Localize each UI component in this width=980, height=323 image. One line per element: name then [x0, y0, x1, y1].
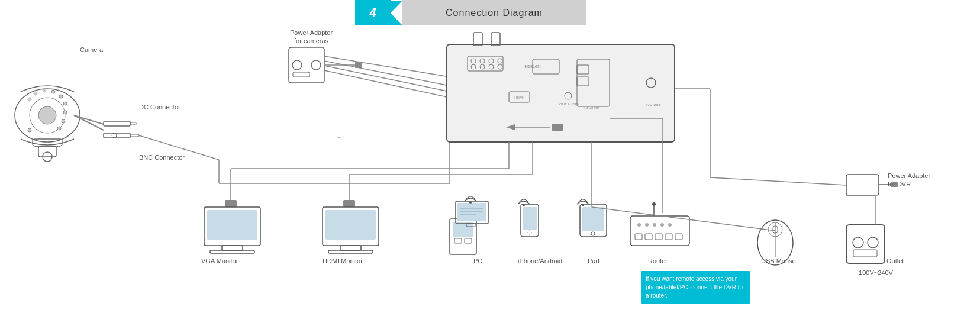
svg-rect-46	[468, 56, 503, 71]
svg-text:HDMI: HDMI	[514, 96, 524, 99]
svg-rect-94	[466, 224, 475, 227]
power-adapter-dvr-label: Power Adapterfor DVR	[888, 172, 930, 189]
header-triangle	[391, 1, 402, 25]
svg-rect-104	[635, 234, 642, 240]
svg-rect-13	[33, 139, 62, 146]
svg-rect-19	[130, 122, 136, 125]
camera-label: Camera	[80, 46, 103, 53]
svg-point-11	[57, 127, 61, 130]
svg-point-54	[498, 64, 502, 69]
svg-point-8	[63, 102, 67, 105]
svg-rect-28	[289, 47, 324, 83]
svg-point-50	[498, 59, 502, 63]
svg-rect-78	[207, 210, 257, 240]
hdmi-monitor-label: HDMI Monitor	[323, 257, 363, 264]
svg-rect-77	[204, 207, 260, 246]
svg-line-131	[592, 207, 775, 231]
svg-line-16	[74, 115, 104, 124]
svg-point-12	[28, 128, 31, 132]
svg-point-39	[446, 84, 449, 88]
svg-point-112	[660, 223, 664, 227]
svg-point-0	[15, 89, 80, 142]
usb-mouse-label: USB Mouse	[761, 257, 796, 264]
svg-point-100	[591, 232, 595, 235]
svg-point-135	[582, 204, 584, 206]
svg-rect-98	[580, 204, 607, 237]
svg-point-38	[446, 75, 449, 79]
svg-rect-80	[210, 250, 254, 253]
svg-point-22	[112, 133, 117, 138]
svg-rect-83	[340, 246, 361, 250]
svg-point-7	[59, 95, 63, 98]
svg-text:12V ===: 12V ===	[645, 103, 661, 107]
svg-rect-31	[293, 72, 310, 77]
svg-point-9	[63, 111, 67, 114]
svg-line-36	[324, 66, 450, 92]
svg-rect-21	[130, 134, 139, 137]
pad-label: Pad	[588, 257, 599, 264]
svg-text:HDD/IN: HDD/IN	[524, 64, 541, 69]
svg-line-34	[324, 56, 450, 77]
svg-text:LAN/USB: LAN/USB	[584, 106, 599, 110]
pc-label: PC	[473, 257, 482, 264]
page-title: Connection Diagram	[446, 8, 543, 18]
svg-rect-14	[38, 146, 56, 157]
svg-line-17	[74, 115, 104, 130]
info-box: If you want remote access via your phone…	[641, 271, 750, 304]
header-title-box: Connection Diagram	[402, 0, 586, 25]
svg-point-3	[28, 98, 31, 101]
svg-point-136	[469, 201, 472, 204]
svg-rect-79	[222, 246, 243, 250]
svg-point-1	[30, 98, 65, 133]
svg-rect-118	[846, 225, 885, 263]
svg-point-40	[446, 90, 449, 93]
outlet-label: Outlet	[886, 257, 904, 264]
svg-point-48	[480, 59, 485, 63]
svg-line-37	[324, 70, 450, 98]
svg-rect-89	[456, 201, 488, 224]
svg-point-113	[668, 223, 672, 227]
svg-point-51	[471, 64, 476, 69]
svg-point-5	[43, 89, 46, 92]
svg-point-110	[645, 223, 649, 227]
svg-rect-122	[846, 175, 879, 195]
dc-connector-label: DC Connector	[139, 104, 180, 111]
svg-point-134	[523, 204, 525, 206]
svg-point-2	[38, 106, 56, 124]
svg-point-97	[528, 231, 531, 234]
svg-rect-95	[521, 204, 539, 237]
svg-rect-106	[655, 234, 662, 240]
connection-diagram-svg: HDD/IN HDMI OUT AUDIO LAN/USB 12V ===	[0, 0, 980, 323]
svg-marker-67	[506, 124, 515, 130]
svg-rect-43	[473, 33, 482, 46]
svg-rect-103	[630, 216, 689, 246]
svg-point-6	[51, 90, 55, 93]
svg-point-15	[43, 152, 52, 162]
svg-rect-88	[465, 238, 472, 243]
svg-point-120	[868, 237, 878, 248]
svg-rect-63	[577, 77, 589, 86]
svg-rect-82	[325, 210, 376, 240]
svg-point-109	[637, 223, 641, 227]
svg-rect-107	[665, 234, 672, 240]
svg-rect-117	[773, 226, 778, 233]
svg-rect-62	[577, 65, 589, 74]
svg-point-30	[311, 60, 321, 70]
svg-rect-96	[523, 207, 537, 230]
svg-point-47	[471, 59, 476, 63]
svg-rect-72	[225, 200, 237, 207]
power-adapter-cameras-label: Power Adapterfor cameras	[290, 28, 333, 46]
svg-point-4	[34, 92, 37, 95]
svg-rect-33	[355, 62, 362, 68]
svg-rect-90	[457, 203, 486, 221]
svg-rect-84	[328, 250, 373, 253]
svg-point-64	[646, 78, 656, 88]
bnc-connector-label: BNC Connector	[139, 154, 185, 161]
svg-point-53	[489, 64, 494, 69]
step-number: 4	[355, 0, 391, 25]
svg-point-10	[62, 119, 65, 123]
svg-rect-85	[450, 219, 476, 254]
svg-line-127	[710, 177, 846, 185]
svg-rect-18	[104, 121, 130, 126]
camera-illustration	[15, 86, 139, 162]
